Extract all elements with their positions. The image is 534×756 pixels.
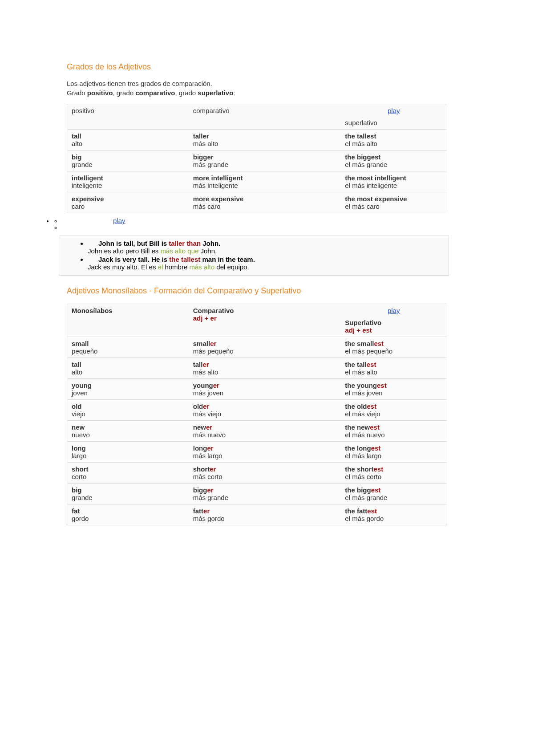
cell-comparativo: tallermás alto [189,130,341,150]
mono-header-superlativo: play Superlativo adj + est [340,304,447,337]
mono-header-comparativo: Comparativo adj + er [189,304,341,337]
cell-comparativo: more expensivemás caro [189,192,341,213]
table-row: newnuevonewermás nuevothe newestel más n… [67,421,447,442]
table-row: youngjovenyoungermás joventhe youngestel… [67,379,447,400]
cell-superlativo: the tallestel más alto [340,358,447,379]
cell-positivo: tallalto [67,130,189,150]
table-row: smallpequeñosmallermás pequeñothe smalle… [67,337,447,358]
cell-monosilabo: biggrande [67,484,189,504]
cell-monosilabo: fatgordo [67,504,189,525]
table-row: biggrandebiggermás grandethe biggestel m… [67,150,447,171]
table-row: expensivecaromore expensivemás carothe m… [67,192,447,213]
cell-comparativo: tallermás alto [189,358,341,379]
table-row: fatgordofattermás gordothe fattestel más… [67,504,447,525]
cell-monosilabo: smallpequeño [67,337,189,358]
cell-superlativo: the smallestel más pequeño [340,337,447,358]
cell-monosilabo: tallalto [67,358,189,379]
cell-positivo: intelligentinteligente [67,171,189,192]
cell-comparativo: smallermás pequeño [189,337,341,358]
cell-comparativo: longermás largo [189,442,341,463]
intro-line-1: Los adjetivos tienen tres grados de comp… [67,80,472,87]
intro-line-2: Grado positivo, grado comparativo, grado… [67,89,472,97]
table-row: tallaltotallermás altothe tallestel más … [67,130,447,150]
bullet-empty-2 [61,224,426,231]
cell-comparativo: more intelligentmás inteligente [189,171,341,192]
cell-superlativo: the newestel más nuevo [340,421,447,442]
cell-positivo: expensivecaro [67,192,189,213]
cell-positivo: biggrande [67,150,189,171]
cell-superlativo: the tallestel más alto [340,130,447,150]
grades-table: positivo comparativo play superlativo ta… [67,104,447,213]
cell-comparativo: oldermás viejo [189,400,341,421]
cell-superlativo: the oldestel más viejo [340,400,447,421]
section-title-monosilabos: Adjetivos Monosílabos - Formación del Co… [67,286,472,296]
table-row: longlargolongermás largothe longestel má… [67,442,447,463]
cell-superlativo: the most expensiveel más caro [340,192,447,213]
cell-monosilabo: newnuevo [67,421,189,442]
play-link[interactable]: play [388,307,400,314]
cell-superlativo: the biggestel más grande [340,484,447,504]
cell-comparativo: fattermás gordo [189,504,341,525]
cell-superlativo: the shortestel más corto [340,463,447,484]
grades-header-superlativo: play superlativo [340,104,447,130]
table-row: shortcortoshortermás cortothe shortestel… [67,463,447,484]
example-item: Jack is very tall. He is the tallest man… [88,256,444,271]
cell-monosilabo: oldviejo [67,400,189,421]
cell-monosilabo: longlargo [67,442,189,463]
cell-comparativo: shortermás corto [189,463,341,484]
table-row: intelligentinteligentemore intelligentmá… [67,171,447,192]
mono-table: Monosílabos Comparativo adj + er play Su… [67,304,447,525]
cell-monosilabo: youngjoven [67,379,189,400]
table-row: tallaltotallermás altothe tallestel más … [67,358,447,379]
section-title-grados: Grados de los Adjetivos [67,62,472,72]
cell-superlativo: the most intelligentel más inteligente [340,171,447,192]
cell-comparativo: biggermás grande [189,484,341,504]
mono-header-monosilabos: Monosílabos [67,304,189,337]
bullet-play: play [61,217,426,224]
table-row: oldviejooldermás viejothe oldestel más v… [67,400,447,421]
play-link[interactable]: play [388,107,400,114]
bullets-outer: play [45,217,426,231]
cell-monosilabo: shortcorto [67,463,189,484]
cell-superlativo: the longestel más largo [340,442,447,463]
cell-comparativo: newermás nuevo [189,421,341,442]
cell-superlativo: the fattestel más gordo [340,504,447,525]
cell-superlativo: the youngestel más joven [340,379,447,400]
example-item: John is tall, but Bill is taller than Jo… [88,240,444,255]
play-link[interactable]: play [113,217,125,224]
cell-comparativo: biggermás grande [189,150,341,171]
cell-superlativo: the biggestel más grande [340,150,447,171]
grades-header-comparativo: comparativo [189,104,341,130]
table-row: biggrandebiggermás grandethe biggestel m… [67,484,447,504]
bullet-empty: play [53,217,426,231]
cell-comparativo: youngermás joven [189,379,341,400]
grades-header-positivo: positivo [67,104,189,130]
examples-box: John is tall, but Bill is taller than Jo… [59,236,449,276]
